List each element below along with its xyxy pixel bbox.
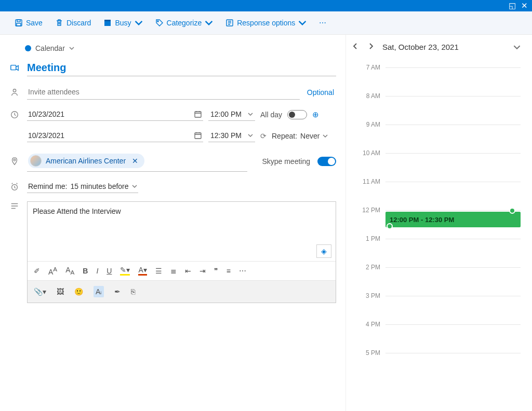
location-field[interactable]: American Airlines Center ✕ — [27, 150, 247, 172]
skype-toggle[interactable] — [317, 157, 336, 166]
hour-label: 9 AM — [356, 121, 385, 128]
svg-rect-3 — [104, 21, 111, 26]
next-day-button[interactable] — [367, 42, 375, 52]
hour-row[interactable]: 11 AM — [356, 182, 521, 210]
hour-cell[interactable] — [385, 153, 521, 182]
hour-row[interactable]: 1 PM — [356, 239, 521, 267]
repeat-label: Repeat: — [272, 132, 297, 140]
align-button[interactable]: ≡ — [227, 267, 231, 275]
format-painter-button[interactable]: Aᵢ — [94, 286, 104, 297]
more-button[interactable]: ⋯ — [314, 16, 331, 30]
save-button[interactable]: Save — [9, 16, 48, 30]
popout-icon[interactable]: ◱ — [509, 1, 516, 10]
signature-button[interactable]: ✒ — [114, 287, 121, 296]
hour-label: 11 AM — [356, 178, 385, 185]
hour-row[interactable]: 7 AM — [356, 67, 521, 96]
calendar-icon — [194, 131, 202, 140]
close-icon[interactable]: ✕ — [521, 1, 528, 10]
location-chip[interactable]: American Airlines Center ✕ — [28, 154, 144, 168]
insert-image-button[interactable]: 🖼 — [57, 287, 64, 296]
italic-button[interactable]: I — [96, 267, 98, 275]
reminder-picker[interactable]: Remind me: 15 minutes before — [27, 180, 138, 193]
quote-button[interactable]: ❞ — [214, 267, 218, 275]
hour-cell[interactable] — [385, 96, 521, 125]
insert-template-button[interactable]: ⎘ — [131, 287, 135, 296]
highlight-button[interactable]: ✎▾ — [120, 266, 130, 276]
attach-button[interactable]: 📎▾ — [34, 287, 46, 296]
numbering-button[interactable]: ≣ — [170, 267, 177, 275]
clock-icon — [9, 110, 20, 119]
svg-point-5 — [157, 21, 158, 22]
font-size-up-icon[interactable]: AA — [48, 266, 57, 276]
diamond-icon[interactable]: ◈ — [316, 244, 331, 258]
bold-button[interactable]: B — [83, 267, 88, 275]
hour-cell[interactable] — [385, 353, 521, 382]
remove-location-icon[interactable]: ✕ — [130, 157, 140, 165]
discard-button[interactable]: Discard — [50, 16, 96, 30]
bullets-button[interactable]: ☰ — [155, 267, 162, 275]
chevron-down-icon — [323, 133, 328, 139]
hour-row[interactable]: 2 PM — [356, 267, 521, 296]
hour-cell[interactable] — [385, 67, 521, 97]
response-icon — [225, 19, 234, 27]
start-date-field[interactable]: 10/23/2021 — [27, 108, 203, 121]
more-format-button[interactable]: ⋯ — [239, 267, 246, 275]
font-size-down-icon[interactable]: AA — [65, 266, 74, 276]
hour-cell[interactable] — [385, 324, 521, 353]
timezone-icon[interactable]: ⊕ — [312, 110, 319, 119]
start-time-value: 12:00 PM — [210, 110, 242, 118]
repeat-picker[interactable]: Repeat: Never — [272, 132, 328, 140]
chevron-down-icon — [135, 19, 143, 27]
title-field[interactable] — [27, 60, 336, 76]
hour-row[interactable]: 3 PM — [356, 296, 521, 324]
calendar-icon — [194, 110, 202, 118]
underline-button[interactable]: U — [107, 267, 112, 275]
hour-cell[interactable] — [385, 182, 521, 211]
font-color-button[interactable]: A▾ — [138, 266, 147, 276]
end-time-field[interactable]: 12:30 PM — [208, 129, 255, 142]
response-options-button[interactable]: Response options — [220, 16, 312, 30]
discard-label: Discard — [66, 19, 91, 27]
day-preview: Sat, October 23, 2021 12:00 PM - 12:30 P… — [345, 35, 532, 411]
svg-rect-4 — [104, 20, 111, 21]
indent-button[interactable]: ⇥ — [200, 267, 206, 275]
chevron-down-icon — [298, 19, 307, 27]
hour-row[interactable]: 8 AM — [356, 96, 521, 125]
outdent-button[interactable]: ⇤ — [185, 267, 191, 275]
refresh-icon[interactable]: ⟳ — [260, 132, 267, 140]
prev-day-button[interactable] — [351, 42, 360, 52]
hour-label: 5 PM — [356, 349, 385, 357]
categorize-button[interactable]: Categorize — [150, 16, 219, 30]
body-editor: Please Attend the Interview ◈ ✐ AA AA B … — [27, 201, 336, 303]
trash-icon — [55, 19, 63, 27]
hour-grid[interactable]: 12:00 PM - 12:30 PM 7 AM8 AM9 AM10 AM11 … — [356, 67, 521, 381]
clear-format-icon[interactable]: ✐ — [34, 267, 40, 275]
hour-cell[interactable] — [385, 125, 521, 154]
hour-cell[interactable] — [385, 239, 521, 268]
hour-cell[interactable] — [385, 267, 521, 296]
chevron-down-icon[interactable] — [513, 44, 521, 51]
hour-row[interactable]: 5 PM — [356, 353, 521, 381]
event-handle-bottom[interactable] — [387, 223, 393, 229]
event-handle-top[interactable] — [509, 208, 515, 214]
start-time-field[interactable]: 12:00 PM — [208, 108, 255, 121]
skype-label: Skype meeting — [262, 157, 310, 166]
svg-rect-2 — [17, 23, 21, 26]
svg-rect-10 — [195, 112, 201, 117]
hour-row[interactable]: 4 PM — [356, 324, 521, 353]
hour-row[interactable]: 10 AM — [356, 153, 521, 182]
all-day-toggle[interactable] — [287, 110, 307, 119]
hour-cell[interactable] — [385, 296, 521, 325]
body-textarea[interactable]: Please Attend the Interview ◈ — [28, 202, 336, 261]
busy-button[interactable]: Busy — [98, 16, 148, 30]
insert-emoji-button[interactable]: 🙂 — [74, 287, 83, 296]
attendees-field[interactable] — [27, 85, 300, 100]
meeting-icon — [9, 63, 20, 73]
event-form: Calendar Optional 10/23/2021 — [0, 35, 345, 411]
hour-label: 3 PM — [356, 292, 385, 299]
optional-link[interactable]: Optional — [307, 88, 336, 97]
end-date-field[interactable]: 10/23/2021 — [27, 129, 203, 142]
calendar-picker[interactable]: Calendar — [35, 44, 65, 52]
event-block[interactable]: 12:00 PM - 12:30 PM — [385, 212, 521, 227]
hour-row[interactable]: 9 AM — [356, 125, 521, 153]
